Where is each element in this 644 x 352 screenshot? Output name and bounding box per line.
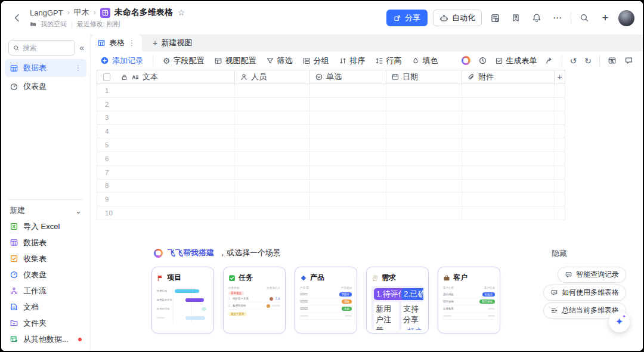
back-chevron-icon	[13, 13, 22, 23]
share-button[interactable]: 分享	[386, 10, 428, 26]
main-area: 表格 ⋮ + 新建视图 添加记录 ⚙ 字段配置 视图配置	[91, 35, 643, 351]
sidebar-divider	[8, 199, 83, 200]
template-card-project[interactable]: 项目 春季促销 夏季新品发布 会员日活动	[151, 267, 214, 334]
notifications-button[interactable]	[529, 10, 544, 26]
row-number: 5	[97, 138, 235, 152]
add-record-label: 添加记录	[112, 55, 143, 66]
history-icon[interactable]	[478, 56, 487, 65]
fill-color-button[interactable]: 填色	[411, 55, 438, 66]
undo-icon[interactable]: ↺	[570, 57, 577, 65]
share-icon	[394, 14, 401, 22]
column-label: 文本	[143, 72, 158, 82]
create-item-import-excel[interactable]: 导入 Excel	[1, 218, 90, 234]
template-card-customer[interactable]: 客户 客户公司客户行业 源氏科技制造业 明日金融医疗保健 乐享教育	[438, 267, 500, 334]
tab-more-icon[interactable]: ⋮	[128, 39, 135, 47]
suggestion-smart-query[interactable]: 智能查询记录	[558, 267, 626, 283]
create-item-workflow[interactable]: 工作流	[1, 283, 90, 299]
create-item-datatable[interactable]: 数据表	[1, 234, 90, 251]
row-height-button[interactable]: 行高	[375, 55, 402, 66]
space-label[interactable]: 我的空间	[41, 20, 67, 29]
star-icon[interactable]: ☆	[178, 8, 185, 17]
view-config-button[interactable]: 视图配置	[214, 55, 256, 66]
generate-form-button[interactable]: 生成表单	[495, 55, 537, 66]
breadcrumb-separator: ›	[67, 8, 70, 17]
create-item-doc[interactable]: 文档	[1, 299, 90, 315]
fill-color-icon	[411, 57, 420, 65]
global-search-button[interactable]	[577, 10, 592, 26]
row-number: 8	[97, 180, 235, 193]
column-header-text[interactable]: 文本	[97, 70, 235, 84]
diamond-icon	[300, 274, 307, 282]
summarize-icon	[550, 307, 558, 314]
grid-row[interactable]: 1	[97, 84, 565, 98]
sidebar-collapse-icon[interactable]: «	[79, 43, 84, 53]
create-item-folder[interactable]: 文件夹	[1, 315, 90, 331]
tab-grid-view[interactable]: 表格 ⋮	[91, 35, 142, 51]
create-section-header[interactable]: 新建 ⌄	[1, 203, 90, 218]
column-header-person[interactable]: 人员	[235, 70, 310, 84]
sort-button[interactable]: 排序	[339, 55, 366, 66]
document-icon	[10, 302, 18, 311]
breadcrumb-root[interactable]: LangGPT	[30, 8, 63, 17]
column-header-select[interactable]: 单选	[310, 70, 386, 84]
add-column-button[interactable]: +	[555, 70, 565, 84]
widget-button[interactable]	[508, 10, 524, 26]
item-more-icon[interactable]: ⋮	[75, 64, 82, 72]
grid-row[interactable]: 3	[97, 112, 565, 125]
sidebar-item-datatable[interactable]: 数据表 ⋮	[5, 59, 86, 77]
form-icon	[10, 254, 18, 263]
suggestion-label: 智能查询记录	[576, 270, 619, 280]
hide-templates-button[interactable]: 隐藏	[552, 248, 567, 259]
field-config-button[interactable]: ⚙ 字段配置	[163, 55, 205, 66]
ai-fab-button[interactable]: ✦ ✦	[609, 311, 630, 332]
filter-button[interactable]: 筛选	[266, 55, 293, 66]
back-button[interactable]	[10, 10, 25, 26]
row-number: 4	[97, 125, 235, 138]
template-cards: 项目 春季促销 夏季新品发布 会员日活动 任务 任务名称任务执行人 重要紧急	[151, 267, 500, 334]
ai-build-link[interactable]: 飞飞帮我搭建	[168, 248, 214, 258]
search-input[interactable]	[23, 44, 70, 52]
redo-icon[interactable]: ↻	[584, 57, 592, 65]
task-preview: 任务名称任务执行人 重要紧急 1维护客户关系王冰 2整理和资料 紧急不重要	[228, 286, 280, 316]
automation-button[interactable]: 自动化	[433, 10, 482, 26]
group-button[interactable]: 分组	[302, 55, 329, 66]
grid-row[interactable]: 6	[97, 152, 565, 166]
grid-row[interactable]: 5	[97, 138, 565, 152]
template-card-requirement[interactable]: 需求 1.待评估 新用户注册 张欣怡 2023/05/01	[366, 267, 429, 334]
table-icon	[10, 64, 18, 73]
new-view-button[interactable]: + 新建视图	[142, 35, 203, 51]
grid-row[interactable]: 8	[97, 180, 565, 193]
create-new-button[interactable]: +	[597, 10, 613, 26]
column-header-date[interactable]: 日期	[386, 70, 462, 84]
user-avatar[interactable]	[618, 10, 634, 26]
grid-row[interactable]: 7	[97, 166, 565, 180]
sidebar-item-dashboard[interactable]: 仪表盘	[5, 78, 86, 95]
search-in-table-icon[interactable]	[608, 56, 617, 65]
calendar-icon	[391, 73, 400, 81]
create-item-form[interactable]: 收集表	[1, 251, 90, 267]
template-card-task[interactable]: 任务 任务名称任务执行人 重要紧急 1维护客户关系王冰 2整理和资料 紧急不重要	[223, 267, 286, 334]
chat-bubble-icon	[550, 289, 558, 297]
create-item-from-other-data[interactable]: 从其他数据...	[1, 331, 90, 347]
template-card-product[interactable]: 产品 产品 ID产品类别 SZ001塑胶件 SZ002钢材 SZ003木材	[295, 267, 357, 334]
sidebar-top: «	[1, 35, 90, 58]
select-all-checkbox[interactable]	[103, 73, 110, 81]
column-header-attachment[interactable]: 附件	[462, 70, 555, 84]
ai-assistant-icon[interactable]	[462, 56, 470, 65]
share-label: 分享	[405, 13, 420, 23]
more-actions-button[interactable]: ⋯	[550, 10, 565, 26]
share-view-icon[interactable]	[545, 56, 554, 65]
grid-row[interactable]: 4	[97, 125, 565, 138]
create-item-dashboard[interactable]: 仪表盘	[1, 267, 90, 283]
breadcrumb-parent[interactable]: 甲木	[74, 7, 89, 18]
memo-icon	[371, 274, 379, 282]
single-select-icon	[315, 73, 323, 81]
comment-icon[interactable]	[624, 56, 633, 65]
suggestion-how-to-use[interactable]: 如何使用多维表格	[543, 285, 626, 301]
grid-row[interactable]: 9	[97, 193, 565, 206]
add-record-button[interactable]: 添加记录	[100, 55, 143, 66]
record-history-button[interactable]	[487, 10, 503, 26]
grid-row[interactable]: 2	[97, 98, 565, 112]
grid-row[interactable]: 10	[97, 206, 565, 220]
sidebar-search[interactable]	[8, 40, 75, 55]
